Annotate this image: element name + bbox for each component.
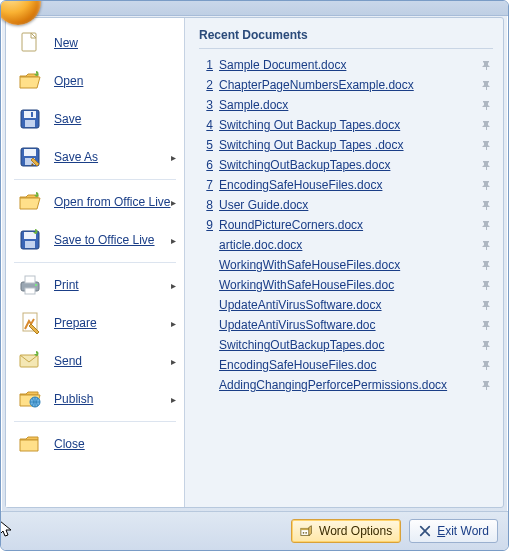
menu-publish[interactable]: Publish▸	[6, 380, 184, 418]
recent-panel: Recent Documents 1Sample Document.docx2C…	[185, 18, 503, 507]
submenu-arrow-icon: ▸	[171, 152, 176, 163]
pin-icon[interactable]	[479, 198, 493, 212]
svg-rect-10	[25, 241, 35, 248]
menu-save[interactable]: Save	[6, 100, 184, 138]
svg-point-38	[305, 532, 307, 534]
recent-doc[interactable]: 2ChapterPageNumbersExample.docx	[199, 75, 493, 95]
menu-ofopen[interactable]: Open from Office Live▸	[6, 183, 184, 221]
recent-doc-name: AddingChangingPerforcePermissions.docx	[219, 378, 479, 392]
recent-doc-number: 1	[199, 58, 213, 72]
menu-label: New	[54, 36, 78, 50]
menu-body: NewOpenSaveSave As▸Open from Office Live…	[5, 17, 504, 508]
menu-prepare[interactable]: Prepare▸	[6, 304, 184, 342]
recent-doc[interactable]: 3Sample.docx	[199, 95, 493, 115]
menu-close[interactable]: Close	[6, 425, 184, 463]
recent-doc-name: Switching Out Backup Tapes .docx	[219, 138, 479, 152]
pin-icon[interactable]	[479, 278, 493, 292]
svg-rect-18	[486, 67, 487, 70]
menu-open[interactable]: Open	[6, 62, 184, 100]
recent-doc[interactable]: UpdateAntiVirusSoftware.docx	[199, 295, 493, 315]
recent-documents-header: Recent Documents	[199, 26, 493, 49]
svg-rect-23	[486, 167, 487, 170]
recent-doc[interactable]: SwitchingOutBackupTapes.doc	[199, 335, 493, 355]
recent-doc[interactable]: article.doc.docx	[199, 235, 493, 255]
recent-doc[interactable]: UpdateAntiVirusSoftware.doc	[199, 315, 493, 335]
recent-doc[interactable]: WorkingWithSafeHouseFiles.doc	[199, 275, 493, 295]
pin-icon[interactable]	[479, 58, 493, 72]
menu-label: Publish	[54, 392, 93, 406]
menu-ofsave[interactable]: Save to Office Live▸	[6, 221, 184, 259]
menu-label: Save to Office Live	[54, 233, 155, 247]
submenu-arrow-icon: ▸	[171, 197, 176, 208]
menu-label: Open from Office Live	[54, 195, 171, 209]
svg-rect-2	[24, 111, 36, 118]
close-icon	[16, 430, 44, 458]
recent-doc[interactable]: 7EncodingSafeHouseFiles.docx	[199, 175, 493, 195]
recent-doc-number: 4	[199, 118, 213, 132]
pin-icon[interactable]	[479, 318, 493, 332]
pin-icon[interactable]	[479, 338, 493, 352]
recent-doc-name: ChapterPageNumbersExample.docx	[219, 78, 479, 92]
svg-rect-19	[486, 87, 487, 90]
svg-rect-27	[486, 247, 487, 250]
recent-doc-name: article.doc.docx	[219, 238, 479, 252]
pin-icon[interactable]	[479, 378, 493, 392]
recent-doc-name: EncodingSafeHouseFiles.doc	[219, 358, 479, 372]
menu-print[interactable]: Print▸	[6, 266, 184, 304]
menu-separator	[14, 179, 176, 180]
recent-doc[interactable]: 4Switching Out Backup Tapes.docx	[199, 115, 493, 135]
menu-saveas[interactable]: Save As▸	[6, 138, 184, 176]
recent-doc-name: UpdateAntiVirusSoftware.doc	[219, 318, 479, 332]
pin-icon[interactable]	[479, 158, 493, 172]
pin-icon[interactable]	[479, 138, 493, 152]
new-icon	[16, 29, 44, 57]
submenu-arrow-icon: ▸	[171, 356, 176, 367]
svg-rect-25	[486, 207, 487, 210]
saveas-icon	[16, 143, 44, 171]
submenu-arrow-icon: ▸	[171, 394, 176, 405]
options-icon	[300, 524, 314, 538]
recent-doc[interactable]: AddingChangingPerforcePermissions.docx	[199, 375, 493, 395]
pin-icon[interactable]	[479, 218, 493, 232]
recent-doc-name: Switching Out Backup Tapes.docx	[219, 118, 479, 132]
save-icon	[16, 105, 44, 133]
recent-doc[interactable]: 5Switching Out Backup Tapes .docx	[199, 135, 493, 155]
pin-icon[interactable]	[479, 258, 493, 272]
main-menu: NewOpenSaveSave As▸Open from Office Live…	[6, 18, 185, 507]
svg-rect-20	[486, 107, 487, 110]
svg-rect-3	[25, 120, 35, 127]
exit-word-button[interactable]: Exit Word	[409, 519, 498, 543]
menu-new[interactable]: New	[6, 24, 184, 62]
pin-icon[interactable]	[479, 118, 493, 132]
recent-doc-number: 5	[199, 138, 213, 152]
svg-rect-21	[486, 127, 487, 130]
recent-doc-name: Sample Document.docx	[219, 58, 479, 72]
recent-doc[interactable]: 9RoundPictureCorners.docx	[199, 215, 493, 235]
recent-doc-number: 9	[199, 218, 213, 232]
svg-rect-34	[486, 387, 487, 390]
svg-rect-24	[486, 187, 487, 190]
office-menu-popup: NewOpenSaveSave As▸Open from Office Live…	[0, 0, 509, 551]
title-strip	[1, 1, 508, 16]
recent-doc[interactable]: WorkingWithSafeHouseFiles.docx	[199, 255, 493, 275]
submenu-arrow-icon: ▸	[171, 280, 176, 291]
recent-doc[interactable]: 8User Guide.docx	[199, 195, 493, 215]
menu-label: Save	[54, 112, 81, 126]
recent-doc-name: EncodingSafeHouseFiles.docx	[219, 178, 479, 192]
pin-icon[interactable]	[479, 238, 493, 252]
menu-send[interactable]: Send▸	[6, 342, 184, 380]
pin-icon[interactable]	[479, 358, 493, 372]
svg-rect-13	[25, 288, 35, 294]
pin-icon[interactable]	[479, 298, 493, 312]
pin-icon[interactable]	[479, 98, 493, 112]
ofopen-icon	[16, 188, 44, 216]
svg-rect-6	[24, 149, 36, 156]
submenu-arrow-icon: ▸	[171, 318, 176, 329]
pin-icon[interactable]	[479, 178, 493, 192]
word-options-button[interactable]: ​Word Options	[291, 519, 401, 543]
recent-doc[interactable]: 1Sample Document.docx	[199, 55, 493, 75]
pin-icon[interactable]	[479, 78, 493, 92]
recent-doc[interactable]: EncodingSafeHouseFiles.doc	[199, 355, 493, 375]
recent-doc-name: WorkingWithSafeHouseFiles.docx	[219, 258, 479, 272]
recent-doc[interactable]: 6SwitchingOutBackupTapes.docx	[199, 155, 493, 175]
